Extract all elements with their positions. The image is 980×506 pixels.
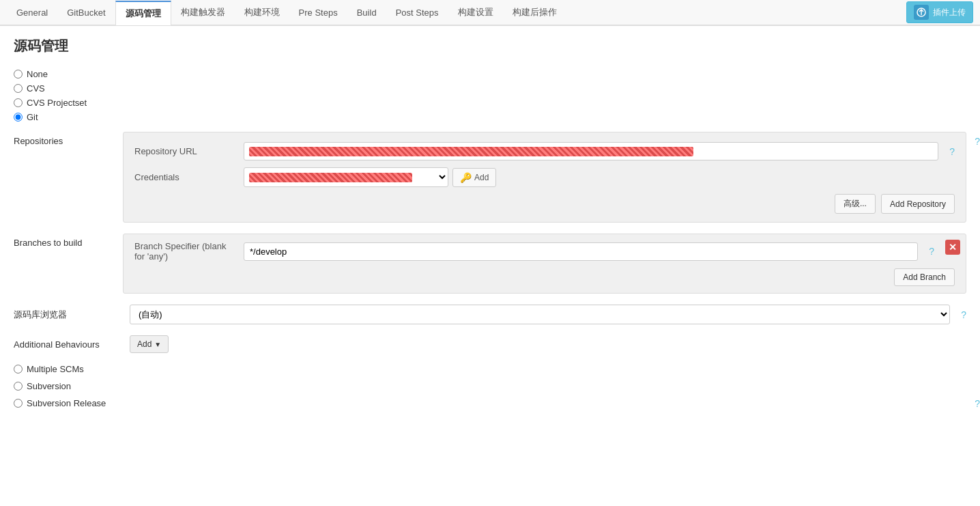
nav-post-build[interactable]: 构建后操作 bbox=[503, 1, 566, 24]
scm-none-radio[interactable] bbox=[14, 70, 23, 79]
browser-label: 源码库浏览器 bbox=[14, 309, 123, 321]
nav-source-mgmt[interactable]: 源码管理 bbox=[115, 1, 171, 25]
subversion-release-radio[interactable] bbox=[14, 399, 23, 408]
branch-box: ✕ Branch Specifier (blank for 'any') ? A… bbox=[123, 234, 966, 294]
repositories-section: Repositories Repository URL ? bbox=[14, 132, 966, 223]
repositories-content: Repository URL ? Credentials bbox=[123, 132, 966, 223]
scm-cvs-radio[interactable] bbox=[14, 84, 23, 93]
upload-label: 插件上传 bbox=[933, 7, 966, 18]
nav-build-settings[interactable]: 构建设置 bbox=[448, 1, 503, 24]
advanced-button[interactable]: 高级... bbox=[835, 194, 876, 214]
nav-build-env[interactable]: 构建环境 bbox=[235, 1, 289, 24]
multiple-scms-option: Multiple SCMs bbox=[14, 364, 966, 374]
subversion-label[interactable]: Subversion bbox=[27, 381, 71, 391]
key-icon: 🔑 bbox=[460, 172, 472, 183]
repo-url-input[interactable] bbox=[244, 142, 938, 160]
multiple-scms-radio[interactable] bbox=[14, 365, 23, 374]
scm-cvs-projectset-radio[interactable] bbox=[14, 98, 23, 107]
credentials-select-wrapper: 🔑 Add bbox=[244, 167, 496, 187]
credentials-row: Credentials 🔑 bbox=[134, 167, 955, 187]
nav-post-steps[interactable]: Post Steps bbox=[386, 2, 448, 23]
page-title: 源码管理 bbox=[14, 37, 966, 55]
repo-url-row: Repository URL ? bbox=[134, 142, 955, 160]
nav-gitbucket[interactable]: GitBucket bbox=[57, 2, 115, 23]
add-branch-button[interactable]: Add Branch bbox=[894, 268, 955, 286]
nav-build[interactable]: Build bbox=[347, 2, 386, 23]
browser-help-icon[interactable]: ? bbox=[961, 309, 966, 320]
subversion-release-label[interactable]: Subversion Release bbox=[27, 398, 106, 408]
repo-actions: 高级... Add Repository bbox=[134, 194, 955, 214]
branch-specifier-help-icon[interactable]: ? bbox=[929, 246, 934, 257]
repo-box: Repository URL ? Credentials bbox=[123, 132, 966, 223]
multiple-scms-label[interactable]: Multiple SCMs bbox=[27, 364, 84, 374]
scm-cvs-label[interactable]: CVS bbox=[27, 83, 45, 94]
branch-actions: Add Branch bbox=[134, 268, 955, 286]
dropdown-caret-icon: ▼ bbox=[154, 341, 161, 348]
branch-specifier-label: Branch Specifier (blank for 'any') bbox=[134, 241, 237, 262]
repo-url-help-icon[interactable]: ? bbox=[949, 146, 955, 157]
scm-none-label[interactable]: None bbox=[27, 69, 48, 79]
credentials-label: Credentials bbox=[134, 172, 237, 182]
page-content: 源码管理 None CVS CVS Projectset Git Reposit… bbox=[0, 26, 980, 506]
scm-git-label[interactable]: Git bbox=[27, 112, 38, 122]
repositories-label: Repositories bbox=[14, 132, 123, 146]
add-repository-button[interactable]: Add Repository bbox=[881, 194, 955, 214]
scm-git-radio[interactable] bbox=[14, 113, 23, 122]
subversion-release-option: Subversion Release ? bbox=[14, 398, 966, 408]
repositories-help-icon[interactable]: ? bbox=[975, 136, 980, 147]
nav-general[interactable]: General bbox=[7, 2, 57, 23]
branches-section: Branches to build ✕ Branch Specifier (bl… bbox=[14, 234, 966, 294]
browser-section: 源码库浏览器 (自动) ? bbox=[14, 305, 966, 324]
upload-button[interactable]: 插件上传 bbox=[906, 1, 973, 23]
scm-cvs-projectset-label[interactable]: CVS Projectset bbox=[27, 98, 87, 108]
additional-behaviours-label: Additional Behaviours bbox=[14, 339, 123, 350]
branch-specifier-input[interactable] bbox=[244, 242, 918, 261]
additional-add-button[interactable]: Add ▼ bbox=[130, 335, 169, 353]
subversion-release-help-icon[interactable]: ? bbox=[975, 398, 980, 409]
branch-specifier-row: Branch Specifier (blank for 'any') ? bbox=[134, 241, 955, 262]
browser-select[interactable]: (自动) bbox=[130, 305, 950, 324]
scm-option-cvs-projectset: CVS Projectset bbox=[14, 98, 966, 108]
top-nav: General GitBucket 源码管理 构建触发器 构建环境 Pre St… bbox=[0, 0, 980, 26]
scm-option-none: None bbox=[14, 69, 966, 79]
upload-icon bbox=[914, 5, 929, 20]
additional-behaviours-section: Additional Behaviours Add ▼ bbox=[14, 335, 966, 353]
scm-option-git: Git bbox=[14, 112, 966, 122]
repo-url-label: Repository URL bbox=[134, 146, 237, 156]
branches-label: Branches to build bbox=[14, 234, 123, 248]
branches-content: ✕ Branch Specifier (blank for 'any') ? A… bbox=[123, 234, 966, 294]
delete-branch-button[interactable]: ✕ bbox=[945, 240, 960, 255]
scm-option-cvs: CVS bbox=[14, 83, 966, 94]
subversion-option: Subversion bbox=[14, 381, 966, 391]
credentials-dropdown[interactable] bbox=[244, 167, 448, 187]
add-credential-label: Add bbox=[474, 173, 489, 182]
subversion-radio[interactable] bbox=[14, 382, 23, 391]
add-credential-button[interactable]: 🔑 Add bbox=[452, 168, 496, 187]
nav-build-trigger[interactable]: 构建触发器 bbox=[171, 1, 235, 24]
nav-pre-steps[interactable]: Pre Steps bbox=[289, 2, 347, 23]
additional-add-label: Add bbox=[137, 339, 152, 349]
